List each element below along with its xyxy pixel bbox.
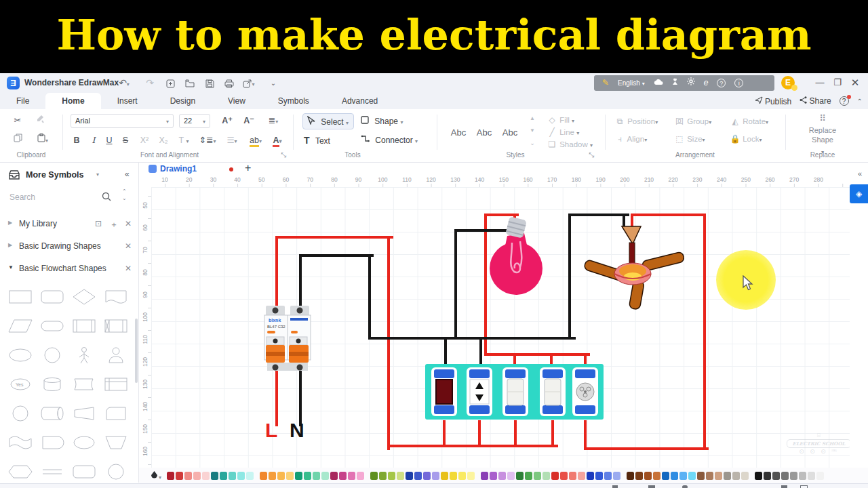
color-swatch[interactable] xyxy=(423,472,431,480)
neutral-wire-segment[interactable] xyxy=(454,229,457,340)
color-swatch[interactable] xyxy=(507,472,515,480)
symbol-rect[interactable] xyxy=(4,282,36,311)
more-symbols-label[interactable]: More Symbols xyxy=(26,170,83,180)
symbol-user[interactable] xyxy=(100,340,132,369)
color-swatch[interactable] xyxy=(627,472,634,480)
font-group-expand-icon[interactable]: ⤡ xyxy=(277,151,290,159)
color-swatch[interactable] xyxy=(229,472,236,480)
color-swatch[interactable] xyxy=(176,472,183,480)
close-button[interactable]: ✕ xyxy=(846,77,864,89)
search-next-icon[interactable]: ⌄ xyxy=(122,195,127,201)
symbol-wave[interactable] xyxy=(4,428,36,457)
color-swatch[interactable] xyxy=(732,472,740,480)
bold-button[interactable]: B xyxy=(71,134,83,147)
color-swatch[interactable] xyxy=(635,472,643,480)
symbol-ellipse[interactable] xyxy=(4,340,36,369)
color-swatch[interactable] xyxy=(781,472,789,480)
print-button[interactable] xyxy=(222,76,237,90)
color-swatch[interactable] xyxy=(490,472,497,480)
symbol-search[interactable]: Search ⌃ ⌄ xyxy=(0,188,138,207)
search-icon[interactable] xyxy=(102,192,111,201)
color-swatch[interactable] xyxy=(339,472,347,480)
neutral-wire-segment[interactable] xyxy=(299,369,302,426)
color-swatch[interactable] xyxy=(808,472,815,480)
bullet-list-button[interactable]: ☰▾ xyxy=(222,134,241,147)
color-swatch[interactable] xyxy=(755,472,762,480)
italic-button[interactable]: I xyxy=(88,134,99,147)
color-swatch[interactable] xyxy=(304,472,311,480)
copy-icon[interactable] xyxy=(9,132,26,147)
symbol-round-rect[interactable] xyxy=(68,457,100,483)
color-swatch[interactable] xyxy=(688,472,696,480)
color-swatch[interactable] xyxy=(644,472,652,480)
live-wire-segment[interactable] xyxy=(275,236,393,239)
browser-icon[interactable]: e xyxy=(704,75,709,91)
color-swatch[interactable] xyxy=(551,472,559,480)
fill-color-icon[interactable]: ▾ xyxy=(150,470,161,481)
collapse-sidebar-icon[interactable]: « xyxy=(125,169,130,179)
toolbar-customize-button[interactable]: ⌄ xyxy=(266,76,281,90)
new-tab-button[interactable]: + xyxy=(245,163,251,174)
menu-design[interactable]: Design xyxy=(154,93,212,109)
styles-group-expand-icon[interactable]: ⤡ xyxy=(585,151,598,159)
shape-tool[interactable]: Shape ▾ xyxy=(361,113,412,129)
symbol-yes-oval[interactable]: Yes xyxy=(4,369,36,399)
symbol-circle[interactable] xyxy=(100,457,132,483)
neutral-wire-segment[interactable] xyxy=(568,214,629,216)
color-swatch[interactable] xyxy=(498,472,506,480)
paste-icon[interactable]: ▾ xyxy=(33,132,53,147)
symbol-circle[interactable] xyxy=(4,399,36,428)
symbol-document[interactable] xyxy=(100,282,132,311)
strikethrough-button[interactable]: S xyxy=(119,134,132,147)
size-button[interactable]: ⬚ Size▾ xyxy=(674,132,705,147)
position-button[interactable]: ⧉ Position▾ xyxy=(614,115,658,129)
color-swatch[interactable] xyxy=(653,472,660,480)
live-wire-segment[interactable] xyxy=(703,214,706,450)
publish-button[interactable]: Publish xyxy=(755,96,792,106)
minimize-button[interactable]: — xyxy=(811,77,829,89)
text-tool[interactable]: T Text xyxy=(304,132,344,148)
search-prev-icon[interactable]: ⌃ xyxy=(122,188,127,195)
signature-pen-icon[interactable]: ✎ xyxy=(602,75,609,91)
symbol-lines[interactable] xyxy=(36,457,68,483)
neutral-wire-segment[interactable] xyxy=(368,254,371,340)
sidebar-section-basic-drawing[interactable]: ▶Basic Drawing Shapes ✕ xyxy=(0,237,138,257)
neutral-wire-segment[interactable] xyxy=(299,254,302,308)
color-swatch[interactable] xyxy=(295,472,302,480)
menu-home[interactable]: Home xyxy=(45,93,100,109)
color-swatch[interactable] xyxy=(193,472,201,480)
color-swatch[interactable] xyxy=(246,472,254,480)
symbol-diamond[interactable] xyxy=(68,282,100,311)
export-button[interactable]: ▾ xyxy=(241,76,256,90)
font-color-button[interactable]: A▾ xyxy=(269,134,286,147)
live-wire-segment[interactable] xyxy=(484,353,590,356)
color-swatch[interactable] xyxy=(184,472,192,480)
close-section-icon[interactable]: ✕ xyxy=(125,241,132,251)
import-library-icon[interactable]: ⊡ xyxy=(95,219,102,228)
symbol-circle[interactable] xyxy=(36,340,68,369)
style-preset[interactable]: Abc xyxy=(448,125,469,140)
share-button[interactable]: Share xyxy=(800,96,831,106)
color-swatch[interactable] xyxy=(534,472,541,480)
color-swatch[interactable] xyxy=(764,472,771,480)
symbol-predefined[interactable] xyxy=(68,311,100,340)
live-wire-segment[interactable] xyxy=(584,447,709,450)
color-swatch[interactable] xyxy=(406,472,413,480)
theme-dress-icon[interactable] xyxy=(672,75,678,91)
live-wire-segment[interactable] xyxy=(443,420,446,447)
superscript-button[interactable]: X² xyxy=(137,134,152,147)
live-wire-segment[interactable] xyxy=(631,214,706,216)
live-wire-segment[interactable] xyxy=(514,420,517,447)
color-swatch[interactable] xyxy=(370,472,378,480)
rotate-button[interactable]: ◭ Rotate▾ xyxy=(730,115,768,129)
style-preset[interactable]: Abc xyxy=(499,125,521,140)
symbol-round-right[interactable] xyxy=(36,428,68,457)
lock-button[interactable]: 🔒 Lock▾ xyxy=(730,132,762,147)
ceiling-fan[interactable] xyxy=(580,222,687,312)
live-wire-segment[interactable] xyxy=(478,420,481,447)
color-swatch[interactable] xyxy=(697,472,705,480)
switch-board[interactable] xyxy=(425,361,604,424)
symbol-card[interactable] xyxy=(100,311,132,340)
language-selector[interactable]: English ▾ xyxy=(618,79,645,87)
cut-icon[interactable]: ✂ xyxy=(9,113,26,128)
